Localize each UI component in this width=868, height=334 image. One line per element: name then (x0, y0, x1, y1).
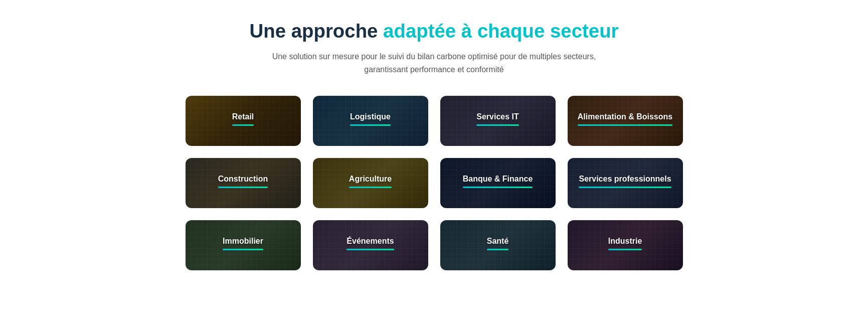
sector-card-agriculture[interactable]: Agriculture (313, 158, 428, 208)
sector-label-logistique: Logistique (350, 112, 391, 130)
sector-label-evenements: Événements (346, 237, 394, 254)
section-heading: Une approche adaptée à chaque secteur (249, 20, 618, 42)
title-part2: adaptée à chaque secteur (383, 20, 618, 42)
main-title: Une approche adaptée à chaque secteur (249, 20, 618, 42)
sector-label-banque: Banque & Finance (463, 175, 533, 192)
sector-label-agriculture: Agriculture (349, 175, 392, 192)
sector-label-sante: Santé (487, 237, 509, 254)
sector-label-servicespro: Services professionnels (579, 175, 671, 192)
subtitle-text: Une solution sur mesure pour le suivi du… (259, 50, 610, 76)
sector-card-logistique[interactable]: Logistique (313, 96, 428, 146)
sector-card-services-it[interactable]: Services IT (440, 96, 556, 146)
sector-card-immobilier[interactable]: Immobilier (186, 220, 301, 270)
sector-label-construction: Construction (218, 175, 268, 192)
sector-card-alimentation[interactable]: Alimentation & Boissons (568, 96, 683, 146)
sector-label-industrie: Industrie (608, 237, 642, 254)
sector-card-retail[interactable]: Retail (186, 96, 301, 146)
sector-label-services-it: Services IT (476, 112, 519, 130)
page-container: Une approche adaptée à chaque secteur Un… (0, 0, 868, 334)
sector-label-immobilier: Immobilier (223, 237, 263, 254)
sector-card-servicespro[interactable]: Services professionnels (568, 158, 683, 208)
sector-card-banque[interactable]: Banque & Finance (440, 158, 556, 208)
sector-card-evenements[interactable]: Événements (313, 220, 428, 270)
sector-card-construction[interactable]: Construction (186, 158, 301, 208)
sector-card-sante[interactable]: Santé (440, 220, 556, 270)
sectors-grid: RetailLogistiqueServices ITAlimentation … (186, 96, 683, 270)
sector-card-industrie[interactable]: Industrie (568, 220, 683, 270)
sector-label-alimentation: Alimentation & Boissons (578, 112, 672, 130)
sector-label-retail: Retail (232, 112, 254, 130)
title-part1: Une approche (249, 20, 383, 42)
